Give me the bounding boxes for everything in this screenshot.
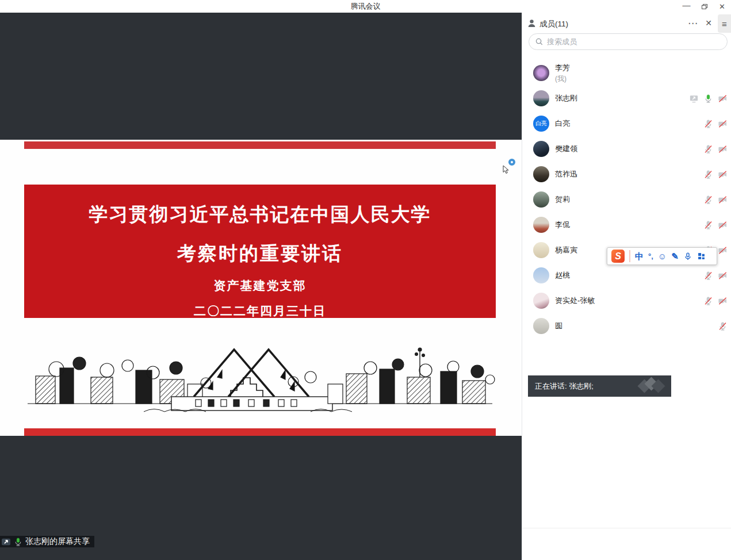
- slide-title-line2: 考察时的重要讲话: [177, 241, 343, 266]
- mic-muted-icon[interactable]: [703, 195, 713, 205]
- members-panel-title: 成员(11): [539, 19, 568, 29]
- minimize-button[interactable]: —: [678, 0, 695, 13]
- tencent-meeting-window: 腾讯会议 — ✕ 学习贯彻习近平总书记在中国人民大学 考察时的重要讲话 资产基建…: [0, 0, 731, 560]
- mic-muted-icon[interactable]: [718, 321, 728, 331]
- ime-toolbox-button[interactable]: [697, 252, 706, 260]
- mic-on-icon[interactable]: [703, 94, 713, 103]
- minimize-icon: —: [683, 2, 691, 8]
- campus-illustration: [23, 344, 496, 414]
- titlebar: 腾讯会议 — ✕: [0, 0, 731, 13]
- panel-footer-divider: [522, 528, 731, 528]
- share-screen-icon: [1, 537, 11, 547]
- now-speaking-label: 正在讲话: 张志刚;: [535, 381, 594, 392]
- slide-subtitle2: 二〇二二年四月三十日: [194, 303, 326, 319]
- member-name: 白亮: [555, 118, 570, 129]
- member-name: 杨嘉寅: [555, 245, 577, 255]
- ime-punctuation-toggle[interactable]: °‚: [648, 252, 653, 260]
- mic-muted-icon[interactable]: [703, 144, 713, 154]
- camera-muted-icon[interactable]: [718, 271, 728, 281]
- member-row-yuan[interactable]: 圆: [522, 313, 731, 339]
- member-list: 李芳 (我) 张志刚 白亮 白亮: [522, 60, 731, 339]
- panel-more-button[interactable]: ⋯: [688, 17, 698, 29]
- member-row-fanzuoxun[interactable]: 范祚迅: [522, 162, 731, 187]
- window-title: 腾讯会议: [0, 0, 731, 13]
- mic-muted-icon[interactable]: [703, 220, 713, 230]
- member-name: 张志刚: [555, 93, 577, 103]
- member-name: 赵桃: [555, 270, 570, 281]
- slide-subtitle1: 资产基建党支部: [214, 278, 307, 294]
- camera-muted-icon[interactable]: [718, 94, 728, 103]
- close-icon: ✕: [719, 2, 725, 11]
- ime-handwriting-button[interactable]: ✎: [671, 252, 679, 260]
- avatar: [533, 217, 549, 233]
- panel-close-button[interactable]: ✕: [705, 18, 712, 28]
- member-name: 资实处-张敏: [555, 296, 595, 306]
- ime-lang-toggle[interactable]: 中: [635, 252, 644, 260]
- member-row-zishichuzhangmin[interactable]: 资实处-张敏: [522, 288, 731, 313]
- window-controls: — ✕: [678, 0, 731, 13]
- avatar: [533, 242, 549, 258]
- member-name: 樊建领: [555, 144, 577, 154]
- panel-collapse-tab[interactable]: ≡: [718, 14, 731, 33]
- avatar: [533, 65, 549, 81]
- avatar: [533, 90, 549, 106]
- screen-share-banner: 张志刚的屏幕共享: [0, 536, 94, 547]
- member-row-fanjianling[interactable]: 樊建领: [522, 136, 731, 162]
- avatar: [533, 318, 549, 334]
- camera-muted-icon[interactable]: [718, 246, 728, 255]
- restore-icon: [702, 4, 707, 9]
- slide-bottom-red-bar: [24, 428, 496, 436]
- share-banner-label: 张志刚的屏幕共享: [25, 536, 90, 547]
- mic-muted-icon[interactable]: [703, 170, 713, 179]
- camera-muted-icon[interactable]: [718, 119, 728, 129]
- member-row-bailiang[interactable]: 白亮 白亮: [522, 111, 731, 136]
- member-name: 圆: [555, 321, 562, 331]
- member-search-input[interactable]: [547, 37, 708, 46]
- avatar: [533, 191, 549, 208]
- member-name: 范祚迅: [555, 169, 577, 179]
- shared-screen-area: 学习贯彻习近平总书记在中国人民大学 考察时的重要讲话 资产基建党支部 二〇二二年…: [0, 13, 522, 560]
- avatar: [533, 267, 549, 283]
- camera-muted-icon[interactable]: [718, 170, 728, 179]
- avatar: [533, 141, 549, 157]
- now-speaking-bar: 正在讲话: 张志刚;: [528, 375, 671, 397]
- mic-muted-icon[interactable]: [703, 296, 713, 306]
- mic-muted-icon[interactable]: [703, 271, 713, 281]
- members-icon: [527, 18, 537, 28]
- avatar: [533, 293, 549, 309]
- sogou-logo-icon[interactable]: S: [611, 250, 625, 263]
- avatar: 白亮: [533, 116, 549, 132]
- member-row-zhangzhigang[interactable]: 张志刚: [522, 86, 731, 111]
- sogou-ime-toolbar: S 中 °‚ ☺ ✎: [607, 247, 717, 265]
- member-name: 李芳: [555, 63, 570, 72]
- member-row-lifang[interactable]: 李芳 (我): [522, 60, 731, 86]
- member-name: 李侃: [555, 220, 570, 230]
- ime-emoji-button[interactable]: ☺: [658, 252, 667, 260]
- member-name: 贺莉: [555, 194, 570, 205]
- presentation-slide: 学习贯彻习近平总书记在中国人民大学 考察时的重要讲话 资产基建党支部 二〇二二年…: [0, 140, 522, 436]
- camera-muted-icon[interactable]: [718, 296, 728, 306]
- member-row-zhaotao[interactable]: 赵桃: [522, 263, 731, 288]
- members-panel: 成员(11) ⋯ ✕ ≡ 李芳 (我) 张志刚: [522, 13, 731, 560]
- member-search-box: [529, 33, 728, 50]
- member-row-heli[interactable]: 贺莉: [522, 187, 731, 212]
- slide-title-line1: 学习贯彻习近平总书记在中国人民大学: [89, 202, 431, 227]
- ime-separator: [629, 250, 630, 262]
- ime-voice-button[interactable]: [683, 252, 692, 261]
- camera-muted-icon[interactable]: [718, 144, 728, 154]
- member-row-likan[interactable]: 李侃: [522, 212, 731, 237]
- mic-muted-icon[interactable]: [703, 119, 713, 129]
- screen-sharing-indicator-icon: [689, 94, 699, 103]
- avatar: [533, 166, 549, 182]
- restore-button[interactable]: [695, 0, 713, 13]
- search-icon: [535, 37, 544, 46]
- mouse-arrow-icon: [503, 166, 510, 174]
- member-me-tag: (我): [555, 74, 570, 84]
- presenter-cursor: [503, 159, 520, 177]
- close-button[interactable]: ✕: [713, 0, 731, 13]
- slide-top-red-bar: [24, 141, 496, 149]
- slide-title-block: 学习贯彻习近平总书记在中国人民大学 考察时的重要讲话 资产基建党支部 二〇二二年…: [24, 185, 496, 318]
- camera-muted-icon[interactable]: [718, 220, 728, 230]
- mic-active-icon: [13, 537, 23, 547]
- camera-muted-icon[interactable]: [718, 195, 728, 205]
